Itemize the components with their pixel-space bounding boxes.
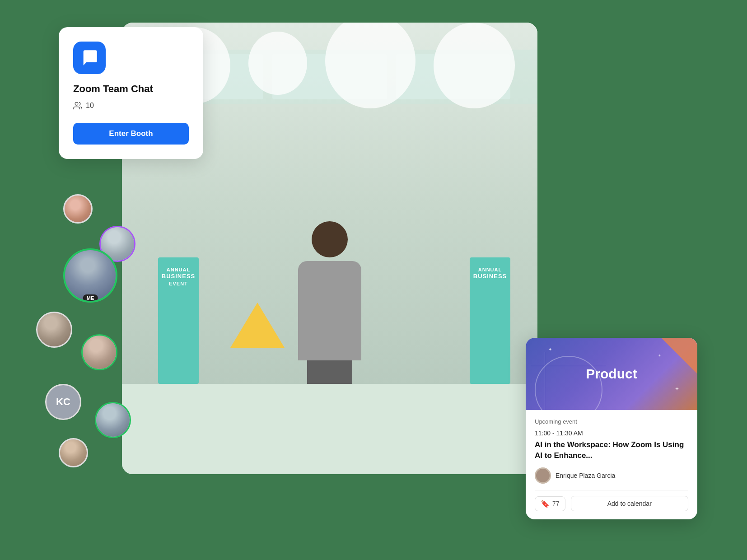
speaker-avatar-inner	[536, 469, 550, 482]
me-label: ME	[83, 294, 98, 302]
globe-decoration	[535, 356, 602, 410]
speaker-head	[312, 221, 348, 257]
avatar-man-glasses	[95, 402, 131, 438]
avatar-me: ME	[63, 248, 117, 303]
kc-initials: KC	[56, 396, 70, 408]
floor	[122, 384, 537, 474]
star-decoration-1: ✦	[548, 347, 552, 352]
event-speaker: Enrique Plaza Garcia	[535, 467, 688, 484]
add-to-calendar-button[interactable]: Add to calendar	[571, 496, 688, 511]
event-title: AI in the Workspace: How Zoom Is Using A…	[535, 439, 688, 461]
upcoming-label: Upcoming event	[535, 418, 688, 425]
zoom-team-chat-card: Zoom Team Chat 10 Enter Booth	[59, 27, 203, 159]
speaker-name: Enrique Plaza Garcia	[556, 472, 615, 479]
event-time: 11:00 - 11:30 AM	[535, 429, 688, 437]
bookmark-icon: 🔖	[541, 499, 550, 508]
chat-bubble-icon	[80, 49, 98, 67]
upcoming-event-card: ✦ ✦ ✦ Product Upcoming event 11:00 - 11:…	[526, 338, 697, 519]
avatars-container: ME KC	[36, 194, 172, 465]
avatar-kc: KC	[45, 384, 81, 420]
zoom-card-title: Zoom Team Chat	[73, 83, 189, 95]
star-decoration-2: ✦	[658, 354, 661, 358]
speaker-body	[298, 261, 361, 360]
balloon-2	[248, 32, 307, 95]
event-card-body: Upcoming event 11:00 - 11:30 AM AI in th…	[526, 410, 697, 519]
triangle-decoration	[230, 303, 285, 348]
avatar-woman-bottom	[59, 438, 88, 467]
zoom-logo	[73, 42, 106, 74]
speaker-figure	[294, 221, 366, 393]
enter-booth-button[interactable]: Enter Booth	[73, 123, 189, 145]
star-decoration-3: ✦	[675, 386, 679, 392]
header-triangle-decoration	[661, 338, 697, 374]
main-container: ANNUAL BUSINESS EVENT ANNUAL BUSINESS	[23, 14, 724, 546]
banner-right-text: ANNUAL BUSINESS	[473, 266, 507, 280]
attendees-count: 10	[86, 102, 94, 110]
event-card-footer: 🔖 77 Add to calendar	[535, 490, 688, 511]
bookmark-count[interactable]: 🔖 77	[535, 496, 565, 511]
avatar-woman-top	[63, 194, 93, 224]
attendees-icon	[73, 101, 82, 110]
bookmark-number: 77	[552, 500, 560, 507]
speaker-avatar	[535, 467, 551, 484]
balloon-4	[434, 23, 515, 108]
banner-right: ANNUAL BUSINESS	[470, 257, 510, 384]
zoom-attendees: 10	[73, 101, 189, 110]
avatar-woman-2	[81, 334, 117, 370]
event-card-product-label: Product	[586, 366, 637, 382]
avatar-man-beard	[36, 312, 72, 348]
event-card-header: ✦ ✦ ✦ Product	[526, 338, 697, 410]
